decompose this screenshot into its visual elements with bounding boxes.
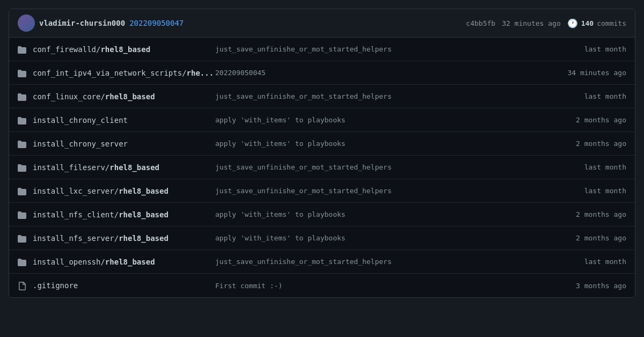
commits-label: commits	[597, 19, 626, 27]
file-name-link[interactable]: install_nfs_client/rhel8_based	[33, 210, 169, 219]
file-name-bold: rhel8_based	[119, 234, 169, 243]
table-row: install_chrony_serverapply 'with_items' …	[9, 132, 635, 156]
file-name-col: conf_int_ipv4_via_network_scripts/rhe...	[33, 69, 215, 77]
file-name-col: install_lxc_server/rhel8_based	[33, 187, 215, 195]
table-row: install_lxc_server/rhel8_basedjust_save_…	[9, 179, 635, 203]
file-name-col: install_nfs_client/rhel8_based	[33, 210, 215, 219]
commit-time: 3 months ago	[551, 282, 626, 290]
commit-time: 2 months ago	[551, 116, 626, 124]
file-name-link[interactable]: .gitignore	[33, 281, 78, 290]
table-row: install_nfs_client/rhel8_basedapply 'wit…	[9, 203, 635, 226]
file-name-bold: rhel8_based	[105, 258, 155, 266]
commit-time: last month	[551, 163, 626, 171]
username: vladimir-chursin000	[39, 19, 125, 27]
avatar	[18, 14, 35, 32]
file-name-col: conf_firewalld/rhel8_based	[33, 45, 215, 54]
folder-icon	[18, 257, 28, 267]
commit-message: just_save_unfinishe_or_mot_started_helpe…	[215, 258, 551, 266]
commit-id-link[interactable]: 202209050047	[129, 19, 184, 27]
file-name-plain: install_fileserv/	[33, 163, 109, 172]
commit-time: 32 minutes ago	[502, 19, 561, 27]
table-row: conf_int_ipv4_via_network_scripts/rhe...…	[9, 61, 635, 85]
file-name-col: install_fileserv/rhel8_based	[33, 163, 215, 172]
commit-message: apply 'with_items' to playbooks	[215, 234, 551, 242]
table-row: install_chrony_clientapply 'with_items' …	[9, 108, 635, 132]
file-list: conf_firewalld/rhel8_basedjust_save_unfi…	[9, 38, 635, 297]
file-name-link[interactable]: install_openssh/rhel8_based	[33, 258, 155, 266]
repo-header: vladimir-chursin000 202209050047 c4bb5fb…	[9, 9, 635, 38]
file-name-link[interactable]: install_lxc_server/rhel8_based	[33, 187, 169, 195]
file-name-col: install_openssh/rhel8_based	[33, 258, 215, 266]
file-name-link[interactable]: conf_linux_core/rhel8_based	[33, 92, 155, 101]
commit-time: last month	[551, 45, 626, 53]
commit-hash: c4bb5fb	[466, 19, 495, 27]
commit-time: last month	[551, 92, 626, 100]
folder-icon	[18, 233, 28, 243]
commit-time: 34 minutes ago	[551, 69, 626, 77]
file-name-bold: rhel8_based	[119, 210, 169, 219]
file-name-link[interactable]: install_chrony_client	[33, 116, 128, 124]
file-name-col: install_nfs_server/rhel8_based	[33, 234, 215, 243]
file-name-col: install_chrony_server	[33, 140, 215, 148]
folder-icon	[18, 138, 28, 149]
file-name-bold: rhe...	[187, 69, 214, 77]
commit-message: apply 'with_items' to playbooks	[215, 210, 551, 218]
folder-icon	[18, 91, 28, 101]
commit-time: 2 months ago	[551, 234, 626, 242]
file-icon	[18, 281, 28, 291]
header-right: c4bb5fb 32 minutes ago 🕐 140 commits	[466, 18, 626, 28]
file-name-plain: conf_firewalld/	[33, 45, 100, 54]
repo-container: vladimir-chursin000 202209050047 c4bb5fb…	[9, 9, 635, 298]
file-name-bold: rhel8_based	[109, 163, 159, 172]
commit-message: 202209050045	[215, 69, 551, 77]
file-name-col: conf_linux_core/rhel8_based	[33, 92, 215, 101]
folder-icon	[18, 44, 28, 54]
file-name-plain: conf_int_ipv4_via_network_scripts/	[33, 69, 187, 77]
commits-count-wrapper[interactable]: 🕐 140 commits	[567, 18, 626, 28]
file-name-bold: rhel8_based	[119, 187, 169, 195]
folder-icon	[18, 186, 28, 196]
commit-time: last month	[551, 258, 626, 266]
folder-icon	[18, 68, 28, 78]
file-name-bold: rhel8_based	[100, 45, 150, 54]
folder-icon	[18, 209, 28, 219]
history-icon: 🕐	[567, 18, 578, 28]
table-row: install_nfs_server/rhel8_basedapply 'wit…	[9, 226, 635, 250]
folder-icon	[18, 162, 28, 172]
commit-message: First commit :-)	[215, 282, 551, 290]
file-name-col: .gitignore	[33, 281, 215, 290]
table-row: conf_firewalld/rhel8_basedjust_save_unfi…	[9, 38, 635, 61]
table-row: .gitignoreFirst commit :-)3 months ago	[9, 274, 635, 297]
commit-message: apply 'with_items' to playbooks	[215, 116, 551, 124]
table-row: conf_linux_core/rhel8_basedjust_save_unf…	[9, 85, 635, 108]
commit-time: last month	[551, 187, 626, 195]
commit-message: just_save_unfinishe_or_mot_started_helpe…	[215, 163, 551, 171]
commit-message: just_save_unfinishe_or_mot_started_helpe…	[215, 187, 551, 195]
file-name-plain: install_nfs_server/	[33, 234, 119, 243]
table-row: install_openssh/rhel8_basedjust_save_unf…	[9, 250, 635, 274]
folder-icon	[18, 115, 28, 125]
file-name-plain: conf_linux_core/	[33, 92, 105, 101]
commit-message: just_save_unfinishe_or_mot_started_helpe…	[215, 45, 551, 53]
commit-time: 2 months ago	[551, 140, 626, 148]
commit-time: 2 months ago	[551, 210, 626, 218]
file-name-link[interactable]: conf_firewalld/rhel8_based	[33, 45, 150, 54]
header-left: vladimir-chursin000 202209050047	[18, 14, 184, 32]
file-name-plain: install_openssh/	[33, 258, 105, 266]
file-name-link[interactable]: install_chrony_server	[33, 140, 128, 148]
table-row: install_fileserv/rhel8_basedjust_save_un…	[9, 156, 635, 179]
avatar-image	[18, 14, 35, 32]
commit-message: apply 'with_items' to playbooks	[215, 140, 551, 148]
file-name-plain: install_nfs_client/	[33, 210, 119, 219]
file-name-link[interactable]: install_fileserv/rhel8_based	[33, 163, 159, 172]
file-name-link[interactable]: conf_int_ipv4_via_network_scripts/rhe...	[33, 69, 214, 77]
file-name-plain: install_lxc_server/	[33, 187, 119, 195]
file-name-link[interactable]: install_nfs_server/rhel8_based	[33, 234, 169, 243]
commit-message: just_save_unfinishe_or_mot_started_helpe…	[215, 92, 551, 100]
file-name-col: install_chrony_client	[33, 116, 215, 124]
file-name-bold: rhel8_based	[105, 92, 155, 101]
commits-count: 140	[581, 19, 594, 27]
